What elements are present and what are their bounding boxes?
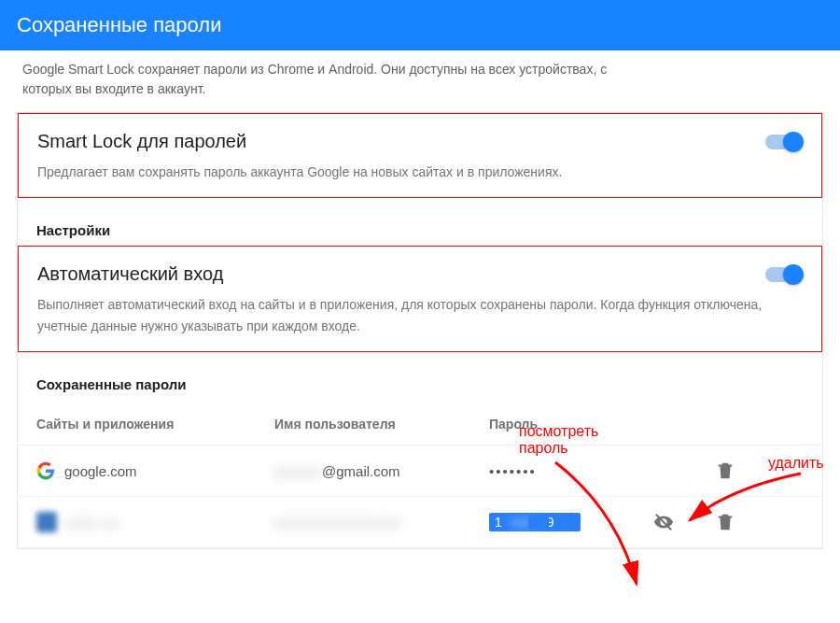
col-header-actions xyxy=(638,417,804,432)
intro-line-1: Google Smart Lock сохраняет пароли из Ch… xyxy=(22,60,818,79)
smartlock-toggle[interactable] xyxy=(765,135,801,149)
smartlock-card: Smart Lock для паролей Предлагает вам со… xyxy=(18,113,822,198)
autologin-desc: Выполняет автоматический вход на сайты и… xyxy=(37,294,803,336)
table-row[interactable]: xxxx xx xxxxxxxxxxxxxxxx 1xxxx9 xyxy=(18,497,822,548)
col-header-pass: Пароль xyxy=(489,417,638,432)
saved-passwords-label: Сохраненные пароли xyxy=(18,352,822,400)
site-name-blurred: xxxx xx xyxy=(66,515,119,531)
trash-icon[interactable] xyxy=(715,512,735,532)
favicon-blurred xyxy=(36,512,57,532)
cell-actions xyxy=(638,460,804,481)
cell-user: xxxxxx@gmail.com xyxy=(274,463,489,479)
autologin-card: Автоматический вход Выполняет автоматиче… xyxy=(18,246,822,352)
table-row[interactable]: google.com xxxxxx@gmail.com ••••••• xyxy=(18,446,822,497)
user-blurred: xxxxxx xyxy=(274,463,322,479)
intro-text: Google Smart Lock сохраняет пароли из Ch… xyxy=(0,50,840,112)
page-title: Сохраненные пароли xyxy=(17,13,221,36)
autologin-title: Автоматический вход xyxy=(37,263,803,285)
cell-user: xxxxxxxxxxxxxxxx xyxy=(274,515,489,531)
site-name: google.com xyxy=(64,463,137,479)
cell-pass: ••••••• xyxy=(489,463,638,479)
page-header: Сохраненные пароли xyxy=(0,0,840,50)
toggle-knob xyxy=(783,132,804,152)
password-revealed: 1xxxx9 xyxy=(489,513,581,531)
settings-section-label: Настройки xyxy=(18,198,822,246)
cell-pass: 1xxxx9 xyxy=(489,513,638,531)
settings-panel: Smart Lock для паролей Предлагает вам со… xyxy=(17,112,823,549)
password-masked: ••••••• xyxy=(489,463,537,479)
eye-off-icon[interactable] xyxy=(653,512,674,532)
smartlock-desc: Предлагает вам сохранять пароль аккаунта… xyxy=(37,162,803,182)
autologin-toggle[interactable] xyxy=(765,267,801,282)
col-header-user: Имя пользователя xyxy=(274,417,489,432)
user-visible: @gmail.com xyxy=(322,463,400,479)
trash-icon[interactable] xyxy=(715,460,735,481)
cell-site: google.com xyxy=(36,461,274,480)
cell-site: xxxx xx xyxy=(36,512,274,532)
google-favicon xyxy=(36,461,55,480)
smartlock-title: Smart Lock для паролей xyxy=(37,131,803,152)
cell-actions xyxy=(638,512,804,532)
col-header-site: Сайты и приложения xyxy=(36,417,274,432)
password-table-header: Сайты и приложения Имя пользователя Паро… xyxy=(18,400,822,446)
user-blurred: xxxxxxxxxxxxxxxx xyxy=(274,515,401,531)
intro-line-2: которых вы входите в аккаунт. xyxy=(22,79,818,99)
